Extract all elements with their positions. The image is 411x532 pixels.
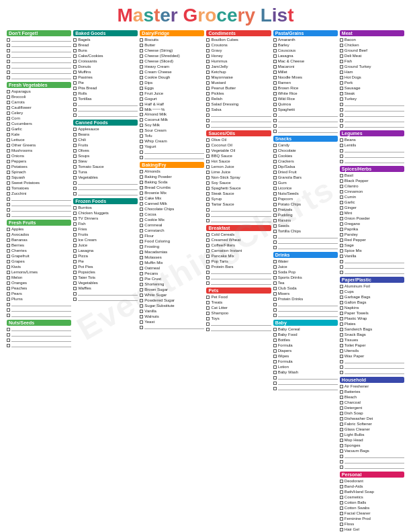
checkbox[interactable]	[140, 71, 143, 74]
checkbox[interactable]	[340, 480, 343, 483]
checkbox[interactable]	[340, 49, 343, 52]
checkbox[interactable]	[140, 208, 143, 211]
checkbox[interactable]	[340, 312, 343, 315]
checkbox[interactable]	[273, 214, 277, 217]
checkbox[interactable]	[340, 249, 343, 253]
checkbox[interactable]	[7, 265, 10, 269]
checkbox[interactable]	[206, 214, 210, 217]
checkbox[interactable]	[7, 281, 10, 285]
checkbox[interactable]	[140, 87, 143, 90]
checkbox[interactable]	[7, 160, 10, 163]
checkbox[interactable]	[73, 192, 77, 195]
checkbox[interactable]	[140, 145, 143, 148]
checkbox[interactable]	[140, 197, 143, 200]
checkbox[interactable]	[73, 71, 77, 74]
checkbox[interactable]	[206, 71, 210, 74]
checkbox[interactable]	[140, 224, 143, 227]
checkbox[interactable]	[340, 496, 343, 499]
checkbox[interactable]	[340, 92, 343, 95]
checkbox[interactable]	[340, 206, 343, 210]
checkbox[interactable]	[7, 328, 10, 331]
checkbox[interactable]	[7, 208, 10, 212]
checkbox[interactable]	[340, 406, 343, 410]
checkbox[interactable]	[340, 260, 343, 263]
checkbox[interactable]	[273, 371, 277, 374]
checkbox[interactable]	[206, 244, 210, 247]
checkbox[interactable]	[140, 76, 143, 79]
checkbox[interactable]	[140, 54, 143, 58]
checkbox[interactable]	[206, 276, 210, 279]
checkbox[interactable]	[140, 288, 143, 292]
checkbox[interactable]	[206, 76, 210, 79]
checkbox[interactable]	[340, 179, 343, 183]
checkbox[interactable]	[73, 228, 77, 231]
checkbox[interactable]	[340, 228, 343, 231]
checkbox[interactable]	[7, 271, 10, 274]
checkbox[interactable]	[7, 144, 10, 147]
checkbox[interactable]	[73, 160, 77, 163]
checkbox[interactable]	[206, 301, 210, 304]
checkbox[interactable]	[206, 296, 210, 299]
checkbox[interactable]	[340, 417, 343, 420]
checkbox[interactable]	[73, 292, 77, 296]
checkbox[interactable]	[73, 65, 77, 69]
checkbox[interactable]	[273, 344, 277, 347]
checkbox[interactable]	[273, 376, 277, 380]
checkbox[interactable]	[206, 233, 210, 236]
checkbox[interactable]	[73, 255, 77, 258]
checkbox[interactable]	[206, 255, 210, 258]
checkbox[interactable]	[340, 265, 343, 269]
checkbox[interactable]	[340, 401, 343, 404]
checkbox[interactable]	[273, 176, 277, 179]
checkbox[interactable]	[273, 171, 277, 174]
checkbox[interactable]	[340, 517, 343, 521]
checkbox[interactable]	[7, 76, 10, 79]
checkbox[interactable]	[7, 233, 10, 236]
checkbox[interactable]	[140, 320, 143, 324]
checkbox[interactable]	[206, 154, 210, 158]
checkbox[interactable]	[340, 76, 343, 79]
checkbox[interactable]	[340, 385, 343, 388]
checkbox[interactable]	[273, 235, 277, 238]
checkbox[interactable]	[140, 150, 143, 154]
checkbox[interactable]	[340, 322, 343, 326]
checkbox[interactable]	[73, 38, 77, 42]
checkbox[interactable]	[7, 308, 10, 312]
checkbox[interactable]	[206, 108, 210, 112]
checkbox[interactable]	[206, 119, 210, 122]
checkbox[interactable]	[273, 281, 277, 285]
checkbox[interactable]	[273, 339, 277, 342]
checkbox[interactable]	[340, 71, 343, 74]
checkbox[interactable]	[273, 314, 277, 317]
checkbox[interactable]	[7, 106, 10, 109]
checkbox[interactable]	[73, 81, 77, 85]
checkbox[interactable]	[73, 276, 77, 279]
checkbox[interactable]	[73, 298, 77, 301]
checkbox[interactable]	[140, 310, 143, 313]
checkbox[interactable]	[206, 317, 210, 320]
checkbox[interactable]	[206, 81, 210, 85]
checkbox[interactable]	[7, 176, 10, 179]
checkbox[interactable]	[273, 287, 277, 290]
checkbox[interactable]	[206, 124, 210, 128]
checkbox[interactable]	[140, 156, 143, 159]
checkbox[interactable]	[7, 165, 10, 169]
checkbox[interactable]	[273, 44, 277, 47]
checkbox[interactable]	[273, 333, 277, 337]
checkbox[interactable]	[206, 171, 210, 174]
checkbox[interactable]	[340, 355, 343, 358]
checkbox[interactable]	[73, 114, 77, 117]
checkbox[interactable]	[140, 92, 143, 95]
checkbox[interactable]	[340, 428, 343, 431]
checkbox[interactable]	[140, 229, 143, 232]
checkbox[interactable]	[273, 81, 277, 85]
checkbox[interactable]	[7, 203, 10, 206]
checkbox[interactable]	[73, 176, 77, 179]
checkbox[interactable]	[73, 60, 77, 63]
checkbox[interactable]	[140, 170, 143, 173]
checkbox[interactable]	[273, 92, 277, 95]
checkbox[interactable]	[340, 396, 343, 399]
checkbox[interactable]	[206, 65, 210, 69]
checkbox[interactable]	[340, 190, 343, 193]
checkbox[interactable]	[206, 44, 210, 47]
